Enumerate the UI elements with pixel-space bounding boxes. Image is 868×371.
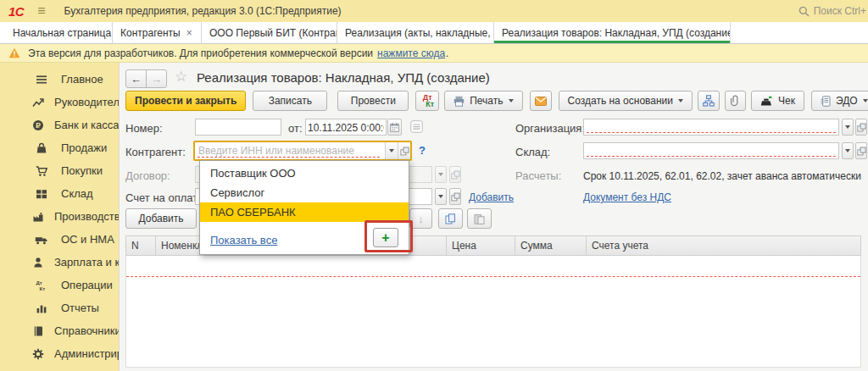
column-header-price[interactable]: Цена bbox=[447, 235, 515, 256]
sidebar-item-bank-cash[interactable]: Р Банк и касса bbox=[0, 114, 119, 136]
sidebar-item-sales[interactable]: Продажи bbox=[0, 136, 119, 159]
invoice-open-button[interactable] bbox=[449, 188, 461, 205]
check-receipt-button[interactable]: Чек bbox=[751, 91, 804, 111]
add-row-button[interactable]: Добавить bbox=[125, 208, 197, 229]
items-table-body[interactable] bbox=[125, 256, 861, 368]
sidebar-item-label: ОС и НМА bbox=[61, 233, 114, 246]
tab-label: Реализация (акты, накладные, УПД) bbox=[345, 27, 494, 39]
column-header-n[interactable]: N bbox=[126, 235, 156, 256]
save-button[interactable]: Записать bbox=[253, 91, 327, 111]
banner-suffix: . bbox=[446, 47, 448, 59]
truck-icon bbox=[32, 234, 51, 246]
contract-open-button[interactable] bbox=[449, 166, 461, 183]
date-field[interactable] bbox=[305, 119, 387, 136]
global-search[interactable]: Поиск Ctrl+ bbox=[798, 5, 868, 17]
invoice-add-link[interactable]: Добавить bbox=[469, 191, 514, 203]
post-and-close-button[interactable]: Провести и закрыть bbox=[125, 91, 246, 111]
related-documents-button[interactable] bbox=[698, 91, 720, 111]
counterparty-open-button[interactable] bbox=[398, 142, 410, 159]
calendar-button[interactable] bbox=[387, 119, 402, 136]
sidebar-item-label: Руководителю bbox=[54, 96, 128, 108]
sidebar-item-salary-hr[interactable]: Зарплата и кадры bbox=[0, 251, 119, 274]
number-input[interactable] bbox=[196, 120, 281, 136]
dtkt-icon: Дт Кт bbox=[420, 94, 434, 108]
show-all-link[interactable]: Показать все bbox=[210, 234, 277, 246]
close-icon[interactable]: × bbox=[186, 27, 192, 39]
organization-field[interactable] bbox=[583, 119, 839, 136]
open-form-icon bbox=[857, 123, 866, 132]
post-button[interactable]: Провести bbox=[337, 91, 409, 111]
svg-text:Кт: Кт bbox=[40, 286, 46, 291]
warehouse-open-button[interactable] bbox=[855, 142, 867, 159]
dropdown-item[interactable]: Поставщик ООО bbox=[200, 163, 409, 183]
edo-button[interactable]: ЭДО bbox=[811, 91, 868, 111]
chevron-down-icon bbox=[678, 99, 683, 102]
forward-button[interactable]: → bbox=[146, 69, 167, 88]
envelope-icon bbox=[535, 97, 547, 106]
chevron-down-icon bbox=[845, 125, 850, 129]
tab-counterparties[interactable]: Контрагенты × bbox=[113, 22, 202, 43]
column-header-accounts[interactable]: Счета учета bbox=[587, 235, 860, 256]
paste-icon bbox=[474, 213, 485, 224]
structure-icon bbox=[703, 95, 715, 107]
attachments-button[interactable] bbox=[725, 91, 746, 111]
favorite-star-icon[interactable]: ☆ bbox=[175, 68, 187, 86]
sidebar-item-directories[interactable]: Справочники bbox=[0, 319, 119, 342]
bar-chart-icon bbox=[32, 302, 51, 314]
dtkt-postings-button[interactable]: Дт Кт bbox=[415, 91, 439, 111]
dropdown-item-selected[interactable]: ПАО СБЕРБАНК bbox=[200, 202, 409, 222]
warehouse-dropdown-button[interactable] bbox=[842, 142, 854, 159]
edo-document-icon bbox=[821, 96, 831, 107]
printer-icon bbox=[453, 96, 465, 107]
sidebar-item-warehouse[interactable]: Склад bbox=[0, 182, 119, 205]
organization-dropdown-button[interactable] bbox=[842, 119, 854, 136]
warehouse-field[interactable] bbox=[583, 142, 839, 159]
column-header-amount[interactable]: Сумма bbox=[515, 235, 587, 256]
print-button[interactable]: Печать bbox=[444, 91, 522, 111]
number-label: Номер: bbox=[125, 122, 163, 135]
contract-label: Договор: bbox=[125, 169, 170, 182]
document-list-button[interactable] bbox=[410, 120, 423, 133]
1c-application-window: 1С ≡ Бухгалтерия предприятия, редакция 3… bbox=[0, 0, 868, 371]
open-form-icon bbox=[857, 147, 866, 156]
open-form-icon bbox=[451, 192, 460, 202]
contract-dropdown-button[interactable] bbox=[435, 166, 447, 183]
counterparty-dropdown-button[interactable] bbox=[385, 142, 398, 159]
sidebar-item-label: Производство bbox=[54, 210, 126, 223]
tab-sales-list[interactable]: Реализация (акты, накладные, УПД) × bbox=[337, 22, 494, 43]
date-input[interactable] bbox=[306, 120, 386, 136]
vat-link[interactable]: Документ без НДС bbox=[583, 191, 671, 203]
search-placeholder: Поиск Ctrl+ bbox=[814, 5, 866, 17]
copy-rows-button[interactable] bbox=[438, 208, 463, 229]
tab-home[interactable]: Начальная страница bbox=[0, 22, 113, 43]
required-underline bbox=[587, 156, 836, 157]
help-button[interactable]: ? bbox=[419, 144, 426, 157]
send-email-button[interactable] bbox=[530, 91, 552, 111]
organization-open-button[interactable] bbox=[855, 119, 867, 136]
sidebar-item-reports[interactable]: Отчеты bbox=[0, 296, 119, 319]
paste-rows-button[interactable] bbox=[467, 208, 492, 229]
open-form-icon bbox=[400, 147, 409, 156]
sidebar-item-os-nma[interactable]: ОС и НМА bbox=[0, 228, 119, 251]
sidebar-item-administration[interactable]: Администрирование bbox=[0, 342, 119, 365]
dropdown-item[interactable]: Сервислог bbox=[200, 183, 409, 202]
sidebar-item-production[interactable]: Производство bbox=[0, 205, 119, 228]
move-down-button[interactable]: ↓ bbox=[409, 208, 432, 229]
tab-sales-document[interactable]: Реализация товаров: Накладная, УПД (созд… bbox=[494, 22, 731, 43]
dtkt-icon: ДтКт bbox=[32, 280, 51, 291]
sidebar-item-label: Покупки bbox=[61, 164, 103, 177]
sidebar-item-operations[interactable]: ДтКт Операции bbox=[0, 274, 119, 296]
svg-text:Дт: Дт bbox=[36, 280, 42, 285]
number-field[interactable] bbox=[195, 119, 281, 136]
invoice-dropdown-button[interactable] bbox=[435, 188, 447, 205]
back-button[interactable]: ← bbox=[125, 69, 147, 88]
sidebar-item-purchases[interactable]: Покупки bbox=[0, 159, 119, 182]
chevron-down-icon bbox=[863, 99, 868, 102]
main-menu-icon[interactable]: ≡ bbox=[37, 4, 45, 18]
sidebar-item-main[interactable]: Главное bbox=[0, 68, 119, 91]
tab-counterparty-card[interactable]: ООО Первый БИТ (Контрагент) × bbox=[202, 22, 337, 43]
create-based-on-button[interactable]: Создать на основании bbox=[559, 91, 693, 111]
banner-link[interactable]: нажмите сюда bbox=[377, 47, 445, 59]
sidebar-item-manager[interactable]: Руководителю bbox=[0, 91, 119, 114]
settlements-value[interactable]: Срок 10.11.2025, 62.01, 62.02, зачет ава… bbox=[583, 170, 861, 182]
